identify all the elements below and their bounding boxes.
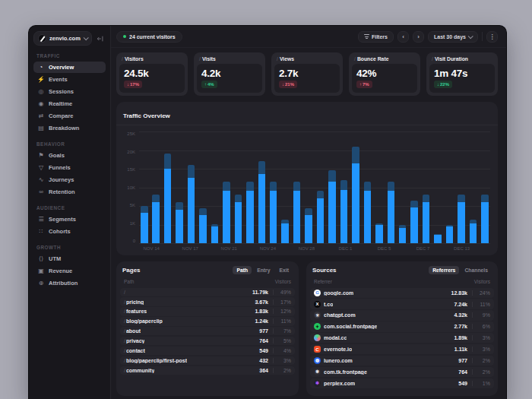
- bar-segment-primary: [317, 198, 325, 243]
- source-row[interactable]: ◍ lunero.com 977 2%: [310, 356, 494, 366]
- page-percent: 2%: [273, 368, 291, 373]
- page-row[interactable]: / blog/paperclip 1.24k 11%: [120, 317, 295, 325]
- page-row[interactable]: / blog/paperclip/first-post 432 3%: [120, 356, 295, 365]
- prev-period-button[interactable]: ‹: [397, 31, 409, 43]
- source-row[interactable]: ✳ chatgpt.com 4.32k 9%: [310, 310, 494, 320]
- chart-bar[interactable]: [188, 131, 195, 243]
- chart-bar[interactable]: [481, 131, 489, 243]
- chart-bar[interactable]: [211, 131, 219, 243]
- sidebar-item[interactable]: ◔ Overview: [33, 62, 106, 73]
- chart-bar[interactable]: [317, 131, 325, 243]
- date-range-selector[interactable]: Last 30 days: [428, 31, 478, 43]
- live-visitors-pill[interactable]: 24 current visitors: [116, 31, 182, 43]
- sidebar-item-label: Segments: [49, 216, 76, 223]
- page-row[interactable]: / about 977 7%: [120, 327, 295, 335]
- page-row[interactable]: / community 364 2%: [120, 366, 295, 375]
- chart-bar[interactable]: [281, 131, 289, 243]
- sidebar-item[interactable]: ⟨⟩ UTM: [33, 253, 106, 264]
- source-row[interactable]: ✦ com.social.frontpage 2.77k 6%: [310, 321, 494, 331]
- stat-card[interactable]: / Views 2.7k ↓ 21%: [271, 52, 343, 96]
- source-percent: 6%: [472, 324, 490, 329]
- sidebar-item[interactable]: ▤ Breakdown: [33, 122, 106, 134]
- source-row[interactable]: X t.co 7.24k 11%: [310, 299, 494, 309]
- stat-label: Visit Duration: [435, 56, 468, 62]
- sources-tab[interactable]: Referrers: [429, 266, 459, 274]
- page-path: privacy: [126, 338, 145, 344]
- source-row[interactable]: ✱ perplex.com 549 1%: [310, 378, 494, 388]
- chart-bar[interactable]: [470, 131, 477, 243]
- sidebar-item[interactable]: ▣ Revenue: [33, 265, 106, 277]
- chart-bar[interactable]: [164, 131, 172, 243]
- pages-tab[interactable]: Entry: [253, 266, 274, 274]
- stat-card[interactable]: / Visit Duration 1m 47s ↓ 22%: [426, 52, 498, 96]
- chart-bar[interactable]: [293, 131, 301, 243]
- sidebar-item[interactable]: ▽ Funnels: [33, 162, 106, 173]
- filters-button[interactable]: Filters: [358, 31, 394, 43]
- pages-tab[interactable]: Path: [233, 266, 252, 274]
- source-row[interactable]: G google.com 12.83k 24%: [310, 288, 494, 298]
- page-row[interactable]: / privacy 764 5%: [120, 337, 295, 345]
- source-row[interactable]: modal.cc 1.89k 3%: [310, 333, 494, 343]
- chart-bar[interactable]: [235, 131, 242, 243]
- sources-tab[interactable]: Channels: [461, 266, 492, 274]
- path-slash: /: [124, 318, 125, 324]
- chart-bar[interactable]: [176, 131, 183, 243]
- chart-bar[interactable]: [258, 131, 266, 243]
- journeys-icon: ∿: [37, 177, 45, 183]
- page-row[interactable]: / pricing 3.67k 17%: [120, 297, 295, 306]
- chart-bar[interactable]: [458, 131, 465, 243]
- sidebar-item[interactable]: ∷ Cohorts: [33, 226, 106, 237]
- path-slash: /: [124, 368, 125, 373]
- bar-segment-secondary: [328, 170, 336, 182]
- sidebar-item[interactable]: ⊕ Attribution: [33, 277, 106, 289]
- workspace-switcher[interactable]: zenvio.com: [33, 31, 92, 46]
- sidebar-item[interactable]: ⚡ Events: [33, 74, 106, 85]
- segments-icon: ☰: [37, 217, 45, 223]
- chart-bar[interactable]: [388, 131, 395, 243]
- chart-bar[interactable]: [340, 131, 348, 243]
- chart-bar[interactable]: [375, 131, 383, 243]
- pages-tab[interactable]: Exit: [276, 266, 293, 274]
- chart-bar[interactable]: [446, 131, 454, 243]
- chart-bar[interactable]: [223, 131, 230, 243]
- chart-bar[interactable]: [410, 131, 418, 243]
- workspace-logo-icon: [38, 34, 46, 43]
- stat-delta-badge: ↓ 22%: [434, 81, 452, 88]
- stat-card[interactable]: / Visits 4.2k ↑ 4%: [194, 52, 265, 96]
- chart-bar[interactable]: [199, 131, 207, 243]
- source-visitors: 977: [455, 358, 467, 363]
- next-period-button[interactable]: ›: [413, 31, 424, 43]
- sidebar-item[interactable]: ∞ Retention: [33, 186, 106, 198]
- collapse-sidebar-button[interactable]: [95, 35, 106, 43]
- chart-bar[interactable]: [423, 131, 430, 243]
- chart-bar[interactable]: [246, 131, 254, 243]
- sidebar-item[interactable]: ◎ Sessions: [33, 86, 106, 97]
- chart-bar[interactable]: [305, 131, 312, 243]
- collapse-sidebar-icon: [97, 35, 104, 43]
- perplex-icon: ✱: [314, 380, 321, 387]
- sidebar-item[interactable]: ⚑ Goals: [33, 150, 106, 161]
- sources-column-header: Referrer Visitors: [306, 277, 498, 287]
- page-row[interactable]: / features 1.83k 12%: [120, 307, 295, 315]
- chart-bar[interactable]: [364, 131, 372, 243]
- stat-card[interactable]: / Visitors 24.5k ↓ 17%: [116, 52, 188, 96]
- sidebar-item[interactable]: ⇄ Compare: [33, 110, 106, 122]
- chart-bar[interactable]: [141, 131, 148, 243]
- sidebar-item[interactable]: ☰ Segments: [33, 214, 106, 225]
- chart-bar[interactable]: [270, 131, 277, 243]
- more-options-button[interactable]: ⋮: [486, 31, 498, 43]
- chart-bar[interactable]: [352, 131, 359, 243]
- source-row[interactable]: ❋ com.tk.frontpage 764 2%: [310, 367, 494, 377]
- stat-card[interactable]: / Bounce Rate 42% ↑ 7%: [349, 52, 420, 96]
- page-row[interactable]: / 11.79k 49%: [120, 288, 295, 296]
- chart-bar[interactable]: [399, 131, 407, 243]
- page-visitors: 364: [256, 368, 268, 373]
- chart-bar[interactable]: [434, 131, 442, 243]
- chart-bar[interactable]: [328, 131, 336, 243]
- sidebar-item[interactable]: ◉ Realtime: [33, 98, 106, 109]
- chart-bar[interactable]: [152, 131, 160, 243]
- page-row[interactable]: / contact 549 4%: [120, 347, 295, 355]
- source-row[interactable]: C evernote.io 1.11k 3%: [310, 344, 494, 354]
- sources-card: Sources Referrers Channels Referrer Visi…: [306, 261, 498, 396]
- sidebar-item[interactable]: ∿ Journeys: [33, 174, 106, 185]
